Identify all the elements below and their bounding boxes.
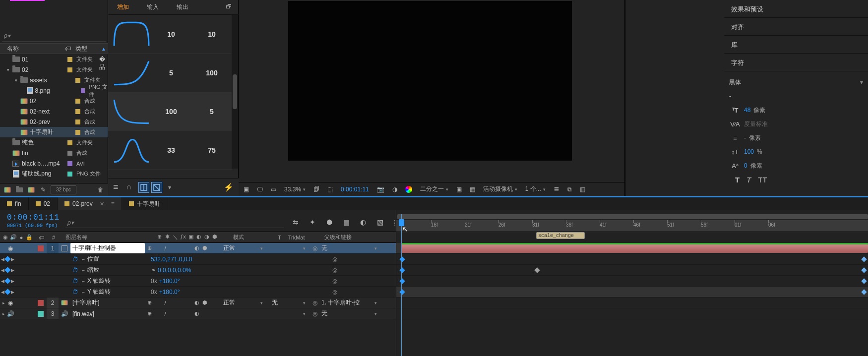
layer-switches[interactable]: ⊕/◐: [146, 310, 219, 317]
keyframe[interactable]: [399, 289, 405, 295]
label-swatch[interactable]: [67, 67, 72, 72]
ease-in-value[interactable]: 5: [151, 69, 191, 77]
ease-in-value[interactable]: 33: [151, 146, 191, 154]
flowchart-button[interactable]: ▥: [578, 184, 587, 194]
parent-dropdown[interactable]: 无: [319, 309, 380, 318]
ease-out-value[interactable]: 5: [191, 108, 232, 116]
stopwatch-icon[interactable]: ⏱: [71, 267, 79, 274]
expression-icon[interactable]: ⌐: [79, 278, 87, 284]
ease-out-value[interactable]: 100: [191, 69, 232, 77]
audio-col-icon[interactable]: 🔊: [10, 234, 17, 240]
time-ruler[interactable]: 16f21f26f31f36f41f46f51f56f01f06f: [396, 220, 868, 232]
property-lane[interactable]: [396, 254, 868, 265]
property-lane[interactable]: [396, 265, 868, 276]
ease-out-value[interactable]: 10: [191, 30, 232, 38]
ease-tab-add[interactable]: 增加: [108, 0, 138, 14]
fast-preview-button[interactable]: 〓: [552, 184, 561, 194]
draft3d-button[interactable]: ✦: [308, 217, 317, 227]
interpret-footage-button[interactable]: [3, 185, 12, 194]
zoom-dropdown[interactable]: 33.3%: [282, 184, 308, 194]
ease-preset-row[interactable]: 3375: [108, 131, 232, 170]
stopwatch-icon[interactable]: ⏱: [71, 289, 79, 296]
graph-editor-button[interactable]: ▧: [375, 217, 385, 227]
panel-effects-presets[interactable]: 效果和预设: [724, 0, 868, 18]
project-item[interactable]: 十字扇叶合成: [0, 127, 108, 137]
stopwatch-icon[interactable]: ⏱: [71, 256, 79, 263]
add-keyframe-button[interactable]: [4, 289, 11, 295]
parent-dropdown[interactable]: 1. 十字扇叶-控: [319, 298, 380, 307]
frame-blend-button[interactable]: ▦: [341, 217, 351, 227]
kerning-value[interactable]: 度量标准: [744, 120, 768, 128]
trkmat-dropdown[interactable]: [268, 246, 310, 251]
font-family-dropdown[interactable]: 黑体▾: [729, 76, 863, 88]
property-pickwhip[interactable]: ◎: [332, 278, 341, 285]
prev-keyframe-button[interactable]: ◀: [1, 279, 4, 284]
timeline-search[interactable]: ρ▾: [65, 217, 284, 228]
edit-button[interactable]: ✎: [39, 185, 48, 194]
font-style-dropdown[interactable]: -: [729, 90, 863, 102]
video-toggle[interactable]: ◉: [7, 299, 14, 306]
layer-duration-bar[interactable]: [401, 244, 868, 253]
col-name[interactable]: 名称: [0, 45, 63, 53]
composition-tab[interactable]: 02: [29, 197, 58, 210]
dropdown-icon[interactable]: ▾: [168, 184, 171, 191]
lock-col-icon[interactable]: 🔒: [26, 234, 33, 240]
baseline-value[interactable]: 0: [744, 162, 747, 169]
prev-keyframe-button[interactable]: ◀: [1, 268, 4, 273]
timeline-timecode[interactable]: 0:00:01:11: [7, 213, 60, 222]
vscale-value[interactable]: 100: [744, 148, 754, 155]
constrain-icon[interactable]: ⚭: [151, 267, 156, 274]
expression-icon[interactable]: ⌐: [79, 289, 87, 295]
region-button[interactable]: ▣: [454, 184, 464, 194]
project-item[interactable]: 02-next合成: [0, 106, 108, 117]
composition-marker[interactable]: scale_change: [536, 232, 585, 239]
blend-mode-dropdown[interactable]: 正常: [219, 298, 268, 307]
solo-col-icon[interactable]: ●: [18, 235, 25, 240]
trash-button[interactable]: 🗑: [96, 185, 105, 194]
pickwhip-icon[interactable]: ◎: [310, 299, 319, 306]
project-item[interactable]: 8.pngPNG 文件: [0, 85, 108, 96]
property-row[interactable]: ◀▶⏱⌐Y 轴旋转0x+180.0°◎: [0, 287, 396, 297]
project-item[interactable]: black b….mp4AVI: [0, 158, 108, 169]
new-folder-button[interactable]: [15, 185, 24, 194]
layer-lane[interactable]: [396, 308, 868, 319]
bold-button[interactable]: T: [735, 176, 740, 184]
video-toggle[interactable]: ◉: [7, 245, 14, 252]
trkmat-dropdown[interactable]: [268, 311, 310, 316]
video-col-icon[interactable]: ◉: [2, 234, 9, 240]
label-swatch[interactable]: [75, 130, 80, 135]
project-item[interactable]: fin合成: [0, 148, 108, 158]
project-search[interactable]: ρ▾: [2, 30, 106, 42]
font-size-value[interactable]: 48: [744, 107, 750, 114]
ease-in-value[interactable]: 100: [151, 108, 191, 116]
comp-mini-flow-button[interactable]: ⇆: [291, 217, 301, 227]
keyframe[interactable]: [534, 267, 540, 273]
show-snapshot-button[interactable]: ◑: [390, 184, 399, 194]
project-item[interactable]: 02-prev合成: [0, 117, 108, 127]
italic-button[interactable]: T: [746, 176, 751, 184]
page-down-icon[interactable]: 🗐: [311, 184, 321, 194]
prev-keyframe-button[interactable]: ◀: [1, 290, 4, 295]
playhead-head[interactable]: [399, 219, 404, 226]
label-swatch[interactable]: [67, 151, 72, 156]
project-item[interactable]: 01文件夹�品: [0, 54, 108, 64]
ease-scrollbar[interactable]: [232, 15, 238, 169]
bpc-toggle[interactable]: 32 bpc: [51, 185, 76, 194]
layer-lane[interactable]: [396, 243, 868, 254]
keyframe[interactable]: [399, 267, 405, 273]
resolution-dropdown[interactable]: 二分之一: [418, 184, 450, 194]
property-pickwhip[interactable]: ◎: [332, 256, 341, 263]
motion-blur-button[interactable]: ◐: [358, 217, 368, 227]
property-pickwhip[interactable]: ◎: [332, 289, 341, 296]
ease-preset-row[interactable]: 5100: [108, 54, 232, 92]
toggle-mask-button[interactable]: ▭: [269, 184, 278, 194]
channel-button[interactable]: [403, 184, 414, 194]
mode-col[interactable]: 模式: [229, 234, 278, 241]
allcaps-button[interactable]: TT: [758, 176, 767, 184]
property-value[interactable]: 532.0,271.0,0.0: [147, 256, 281, 263]
blend-mode-dropdown[interactable]: 正常: [219, 244, 268, 252]
composition-tab[interactable]: 02-prev✕≡: [58, 197, 122, 210]
next-keyframe-button[interactable]: ▶: [11, 279, 14, 284]
property-value[interactable]: 0x+180.0°: [147, 278, 281, 285]
col-type[interactable]: 类型: [72, 45, 87, 53]
